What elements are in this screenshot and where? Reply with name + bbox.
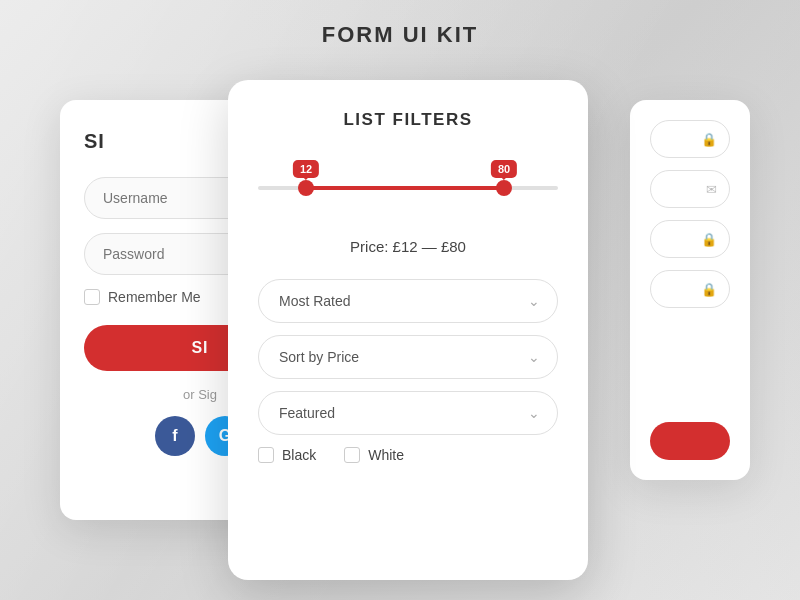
featured-wrapper: Featured New Arrivals Best Sellers ⌄: [258, 391, 558, 435]
facebook-button[interactable]: f: [155, 416, 195, 456]
right-input-4: 🔒: [650, 270, 730, 308]
range-tooltip-max: 80: [491, 160, 517, 178]
lock-icon-3: 🔒: [701, 282, 717, 297]
range-track-fill: [306, 186, 504, 190]
remember-checkbox[interactable]: [84, 289, 100, 305]
price-label: Price: £12 — £80: [258, 238, 558, 255]
right-card-button[interactable]: [650, 422, 730, 460]
right-input-1: 🔒: [650, 120, 730, 158]
envelope-icon: ✉: [706, 182, 717, 197]
featured-select[interactable]: Featured New Arrivals Best Sellers: [258, 391, 558, 435]
checkbox-black: Black: [258, 447, 316, 463]
range-slider-area: 12 80: [258, 158, 558, 218]
black-label: Black: [282, 447, 316, 463]
most-rated-wrapper: Most Rated Least Rated Top Rated ⌄: [258, 279, 558, 323]
sort-price-select[interactable]: Sort by Price Price: Low to High Price: …: [258, 335, 558, 379]
right-input-2: ✉: [650, 170, 730, 208]
filter-card-title: LIST FILTERS: [258, 110, 558, 130]
page-title: FORM UI KIT: [0, 22, 800, 48]
range-tooltip-min: 12: [293, 160, 319, 178]
range-track-wrapper: 12 80: [258, 158, 558, 218]
sort-price-wrapper: Sort by Price Price: Low to High Price: …: [258, 335, 558, 379]
most-rated-select[interactable]: Most Rated Least Rated Top Rated: [258, 279, 558, 323]
range-thumb-max[interactable]: [496, 180, 512, 196]
black-checkbox[interactable]: [258, 447, 274, 463]
remember-label: Remember Me: [108, 289, 201, 305]
filter-card: LIST FILTERS 12 80 Price: £12 — £80 Most…: [228, 80, 588, 580]
right-card: 🔒 ✉ 🔒 🔒: [630, 100, 750, 480]
range-thumb-min[interactable]: [298, 180, 314, 196]
lock-icon-2: 🔒: [701, 232, 717, 247]
lock-icon-1: 🔒: [701, 132, 717, 147]
white-checkbox[interactable]: [344, 447, 360, 463]
white-label: White: [368, 447, 404, 463]
right-input-3: 🔒: [650, 220, 730, 258]
checkbox-row: Black White: [258, 447, 558, 463]
checkbox-white: White: [344, 447, 404, 463]
